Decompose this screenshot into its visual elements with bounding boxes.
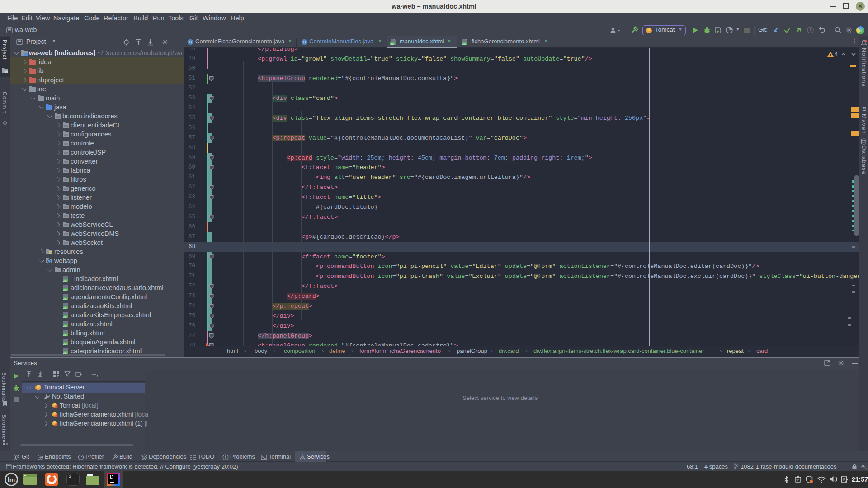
svg-text:JSF: JSF [63, 279, 68, 282]
svg-text:JSF: JSF [391, 42, 395, 45]
svg-text:C: C [303, 39, 306, 44]
svg-text:JSF: JSF [63, 343, 68, 345]
svg-text:JSF: JSF [63, 288, 68, 291]
svg-text:JSF: JSF [63, 306, 68, 309]
svg-text:a: a [865, 467, 867, 469]
svg-text:JSF: JSF [63, 297, 68, 300]
svg-text:JSF: JSF [63, 324, 68, 327]
svg-text:JSF: JSF [462, 42, 467, 45]
svg-text:JSF: JSF [63, 315, 68, 318]
svg-text:C: C [189, 39, 192, 44]
svg-text:JSF: JSF [63, 333, 68, 336]
